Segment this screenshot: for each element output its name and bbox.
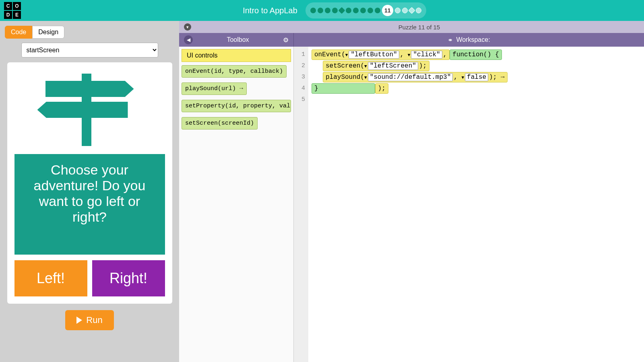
block-setproperty[interactable]: setProperty(id, property, val [182, 100, 291, 112]
toolbox-back-icon[interactable]: ◀ [184, 35, 193, 44]
code-org-logo[interactable]: CO DE [4, 2, 21, 19]
progress-current[interactable]: 11 [382, 5, 393, 16]
gear-icon[interactable]: ⚙ [283, 36, 289, 44]
top-header: CO DE Intro to AppLab 11 [0, 0, 644, 21]
progress-bubble[interactable] [353, 8, 359, 13]
block-setscreen[interactable]: setScreen(screenId) [182, 117, 258, 130]
progress-bubble[interactable] [408, 7, 415, 14]
code-playsound[interactable]: playSound(▼"sound://default.mp3", ▼false… [323, 72, 508, 82]
block-playsound[interactable]: playSound(url) → [182, 82, 247, 95]
run-label: Run [86, 315, 102, 325]
right-button[interactable]: Right! [92, 260, 165, 296]
code-callback-open[interactable]: function() { [450, 49, 502, 60]
progress-bubble[interactable] [416, 8, 421, 13]
signpost-image [29, 74, 150, 146]
phone-screen: Choose your adventure! Do you want to go… [7, 62, 172, 304]
puzzle-bar: ▾ Puzzle 11 of 15 [179, 21, 644, 33]
toolbox-panel: UI controls onEvent(id, type, callback) … [179, 47, 294, 362]
link-icon: ⚭ [448, 36, 453, 44]
run-button[interactable]: Run [65, 310, 114, 330]
progress-bubbles: 11 [305, 2, 426, 19]
screen-select[interactable]: startScreen [21, 43, 158, 58]
code-onevent[interactable]: onEvent(▼"leftButton", ▼"click", [312, 49, 450, 60]
progress-bubble[interactable] [360, 8, 366, 13]
play-icon [76, 317, 82, 324]
preview-panel: Code Design startScreen Choose your adve… [0, 21, 179, 362]
code-callback-close[interactable]: } [312, 83, 375, 94]
left-button[interactable]: Left! [14, 260, 87, 296]
progress-bubble[interactable] [318, 8, 323, 13]
toolbox-category[interactable]: UI controls [182, 49, 291, 62]
progress-bubble[interactable] [332, 8, 338, 13]
workspace-title: Workspace: [456, 36, 490, 43]
progress-bubble[interactable] [338, 7, 345, 14]
progress-bubble[interactable] [402, 8, 408, 13]
progress-bubble[interactable] [395, 8, 400, 13]
code-setscreen[interactable]: setScreen(▼"leftScreen"); [323, 61, 429, 71]
line-gutter: 12345 [294, 47, 308, 362]
collapse-icon[interactable]: ▾ [184, 23, 191, 31]
puzzle-label: Puzzle 11 of 15 [199, 24, 639, 31]
lesson-title: Intro to AppLab [243, 6, 297, 15]
workspace-panel: 12345 onEvent(▼"leftButton", ▼"click", f… [294, 47, 644, 362]
tab-design[interactable]: Design [32, 26, 64, 39]
code-area[interactable]: onEvent(▼"leftButton", ▼"click", functio… [308, 47, 644, 362]
toolbox-title: Toolbox [227, 36, 249, 43]
code-onevent-close[interactable]: ); [375, 83, 388, 94]
block-onevent[interactable]: onEvent(id, type, callback) [182, 65, 287, 78]
progress-bubble[interactable] [310, 8, 316, 13]
prompt-text: Choose your adventure! Do you want to go… [14, 154, 165, 255]
progress-bubble[interactable] [325, 8, 330, 13]
progress-bubble[interactable] [367, 8, 373, 13]
progress-bubble[interactable] [346, 8, 351, 13]
progress-bubble[interactable] [375, 8, 380, 13]
tab-code[interactable]: Code [5, 26, 32, 39]
